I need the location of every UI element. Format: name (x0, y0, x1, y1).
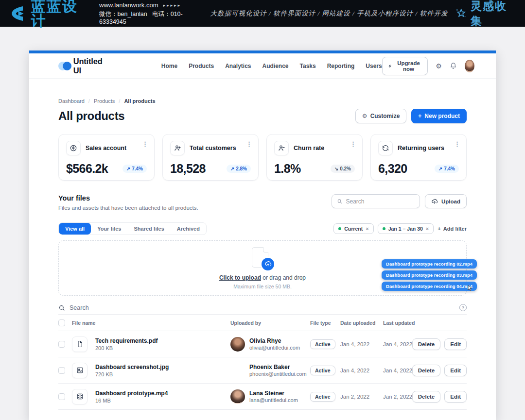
breadcrumb-separator: / (119, 98, 120, 104)
delete-button[interactable]: Delete (412, 365, 441, 376)
edit-button[interactable]: Edit (444, 365, 467, 376)
status-badge: Active (310, 366, 335, 375)
plus-icon: + (438, 226, 440, 232)
uploader-email: phoenix@untitledui.com (249, 371, 307, 377)
nav-item-tasks[interactable]: Tasks (300, 63, 316, 69)
table-search-input[interactable] (70, 304, 455, 311)
stats-row: Sales account ⋮ $566.2k ↗ 7.4% Total cus (58, 134, 467, 181)
main-content: Dashboard / Products / All products All … (29, 98, 496, 410)
video-file-icon (72, 389, 88, 404)
col-uploaded-by: Uploaded by (230, 320, 310, 326)
title-row: All products ⚙ Customize + New product (58, 109, 467, 123)
tab-your-files[interactable]: Your files (91, 223, 127, 235)
uploader-email: lana@untitledui.com (249, 397, 298, 403)
stat-card-returning-users: Returning users ⋮ 6,320 ↗ 7.4% (370, 134, 467, 181)
help-icon[interactable]: ? (459, 304, 467, 311)
dots-menu-icon[interactable]: ⋮ (142, 140, 148, 148)
gear-icon: ⚙ (436, 62, 442, 70)
row-checkbox[interactable] (58, 341, 65, 348)
search-icon (337, 198, 343, 204)
nav-item-users[interactable]: Users (366, 63, 382, 69)
delete-button[interactable]: Delete (412, 391, 441, 403)
title-actions: ⚙ Customize + New product (355, 109, 467, 123)
edit-button[interactable]: Edit (444, 338, 467, 350)
file-tabs: View all Your files Shared files Archive… (58, 222, 207, 235)
filters: Current × Jan 1 – Jan 30 × + Add filter (333, 223, 467, 234)
row-actions: Delete Edit (421, 391, 467, 403)
stat-value: $566.2k (66, 162, 108, 176)
date-uploaded: Jan 4, 2022 (340, 341, 383, 347)
breadcrumb-separator: / (88, 98, 90, 104)
nav-item-audience[interactable]: Audience (262, 63, 289, 69)
lanlan-logo-text: 蓝蓝设计 (31, 0, 89, 28)
click-to-upload-link[interactable]: Click to upload (219, 274, 261, 281)
nav-item-analytics[interactable]: Analytics (225, 63, 251, 69)
file-chip[interactable]: Dashboard prototype recording 03.mp4 (382, 270, 477, 280)
avatar (230, 337, 245, 352)
table-header: File name Uploaded by File type Date upl… (58, 319, 467, 331)
drag-drop-text: or drag and drop (261, 274, 306, 281)
tab-archived[interactable]: Archived (171, 223, 206, 235)
table-row: Dashboard screenshot.jpg 720 KB Phoenix … (58, 357, 467, 384)
filter-chip-date-range[interactable]: Jan 1 – Jan 30 × (378, 223, 434, 234)
bell-icon (450, 62, 457, 69)
promo-banner: 蓝蓝设计 www.lanlanwork.com ▸▸▸▸▸ 微信：ben_lan… (0, 0, 525, 27)
close-icon[interactable]: × (366, 226, 368, 232)
refresh-icon (378, 141, 393, 155)
files-search[interactable] (332, 194, 420, 208)
nav-item-products[interactable]: Products (189, 63, 214, 69)
user-avatar[interactable] (465, 60, 474, 72)
stat-label: Returning users (398, 145, 444, 151)
trend-value: 7.4% (444, 166, 455, 171)
avatar (230, 363, 245, 378)
settings-button[interactable]: ⚙ (436, 62, 442, 70)
upload-button[interactable]: Upload (425, 194, 467, 208)
nav-item-home[interactable]: Home (161, 63, 177, 69)
tab-shared-files[interactable]: Shared files (127, 223, 170, 235)
breadcrumb-products[interactable]: Products (94, 98, 115, 104)
page-background: Untitled UI Home Products Analytics Audi… (0, 27, 525, 420)
dots-menu-icon[interactable]: ⋮ (454, 140, 460, 148)
lanlan-logo: 蓝蓝设计 (9, 0, 89, 28)
tab-view-all[interactable]: View all (59, 223, 91, 235)
arrows-icon: ▸▸▸▸▸ (163, 3, 181, 8)
upload-dropzone[interactable]: Click to upload or drag and drop Maximum… (58, 240, 467, 296)
col-date-uploaded: Date uploaded (340, 320, 383, 326)
upload-cloud-badge-icon (261, 257, 275, 271)
plus-icon: + (418, 113, 421, 119)
customize-button[interactable]: ⚙ Customize (355, 109, 406, 123)
stat-card-sales-account: Sales account ⋮ $566.2k ↗ 7.4% (58, 134, 155, 181)
table-search[interactable]: ? (58, 301, 467, 315)
date-uploaded: Jan 2, 2022 (340, 394, 383, 400)
row-checkbox[interactable] (58, 367, 65, 374)
uploader-name: Lana Steiner (249, 390, 298, 397)
nav-item-reporting[interactable]: Reporting (327, 63, 355, 69)
select-all-checkbox[interactable] (58, 319, 65, 326)
breadcrumb-dashboard[interactable]: Dashboard (58, 98, 85, 104)
upload-file-icon (252, 247, 273, 270)
notifications-button[interactable] (450, 62, 457, 69)
filter-label: Jan 1 – Jan 30 (388, 226, 423, 232)
upgrade-label: Upgrade now (395, 60, 422, 72)
dots-menu-icon[interactable]: ⋮ (350, 140, 356, 148)
close-icon[interactable]: × (426, 226, 429, 232)
files-search-input[interactable] (346, 198, 415, 205)
file-chip[interactable]: Dashboard prototype recording 04.mp4 (382, 282, 477, 291)
dots-menu-icon[interactable]: ⋮ (246, 140, 252, 148)
stat-label: Churn rate (294, 145, 324, 151)
col-file-name: File name (72, 320, 230, 326)
add-filter-button[interactable]: + Add filter (438, 226, 467, 232)
page-title: All products (58, 109, 124, 123)
add-filter-label: Add filter (443, 226, 467, 232)
file-chip[interactable]: Dashboard prototype recording 02.mp4 (382, 259, 477, 269)
breadcrumb: Dashboard / Products / All products (58, 98, 467, 104)
upgrade-now-button[interactable]: Upgrade now (382, 57, 428, 75)
cursor-icon (466, 285, 473, 292)
delete-button[interactable]: Delete (412, 338, 441, 350)
trend-up-icon: ↗ (438, 166, 442, 171)
upload-label: Upload (441, 199, 460, 204)
filter-chip-current[interactable]: Current × (333, 223, 373, 234)
row-checkbox[interactable] (58, 393, 65, 400)
edit-button[interactable]: Edit (444, 391, 467, 403)
new-product-button[interactable]: + New product (411, 109, 467, 123)
